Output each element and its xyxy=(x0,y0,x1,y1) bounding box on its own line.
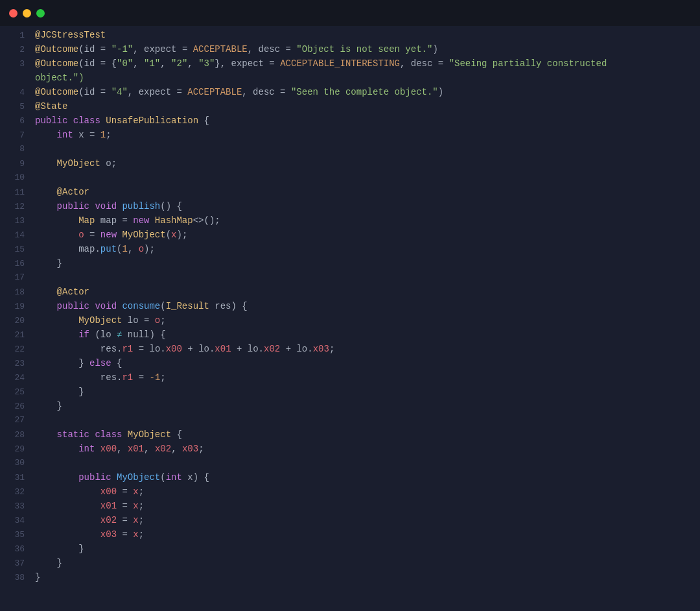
dot-yellow[interactable] xyxy=(23,9,31,18)
line-content: @State xyxy=(35,101,694,112)
line-content: } xyxy=(35,572,694,582)
code-line: 1@JCStressTest xyxy=(0,30,700,44)
code-line: 25 } xyxy=(0,387,700,401)
line-number: 33 xyxy=(6,501,25,511)
line-number: 24 xyxy=(6,373,25,383)
line-number: 9 xyxy=(6,159,25,169)
code-line: 8 xyxy=(0,144,700,158)
code-line: 11 @Actor xyxy=(0,187,700,201)
dot-red[interactable] xyxy=(9,9,18,18)
line-number: 16 xyxy=(6,259,25,269)
code-line: object.") xyxy=(0,73,700,87)
line-number: 36 xyxy=(6,544,25,554)
line-content: static class MyObject { xyxy=(35,429,694,440)
code-line: 33 x01 = x; xyxy=(0,501,700,515)
titlebar xyxy=(0,0,700,26)
line-number: 11 xyxy=(6,187,25,197)
line-number: 27 xyxy=(6,415,25,425)
line-content: } xyxy=(35,401,694,411)
line-number: 26 xyxy=(6,401,25,411)
code-line: 24 res.r1 = -1; xyxy=(0,372,700,387)
line-content: object.") xyxy=(35,73,694,83)
line-content: } xyxy=(35,258,694,269)
line-number: 10 xyxy=(6,173,25,182)
code-line: 16 } xyxy=(0,258,700,272)
code-line: 20 MyObject lo = o; xyxy=(0,315,700,329)
line-content: public MyObject(int x) { xyxy=(35,472,694,483)
line-content: @Outcome(id = "4", expect = ACCEPTABLE, … xyxy=(35,87,694,97)
line-content: public class UnsafePublication { xyxy=(35,115,694,126)
code-line: 10 xyxy=(0,173,700,187)
code-line: 32 x00 = x; xyxy=(0,486,700,501)
code-line: 30 xyxy=(0,458,700,472)
line-content: @Actor xyxy=(35,287,694,297)
line-content: o = new MyObject(x); xyxy=(35,230,694,240)
code-line: 5@State xyxy=(0,101,700,115)
line-number: 21 xyxy=(6,330,25,340)
line-number: 6 xyxy=(6,116,25,126)
line-number: 35 xyxy=(6,530,25,540)
code-line: 21 if (lo ≠ null) { xyxy=(0,329,700,344)
line-content: x00 = x; xyxy=(35,486,694,497)
line-number: 5 xyxy=(6,102,25,112)
line-number: 7 xyxy=(6,130,25,140)
line-number: 22 xyxy=(6,344,25,354)
line-content: Map map = new HashMap<>(); xyxy=(35,215,694,226)
line-number: 13 xyxy=(6,216,25,226)
line-content: MyObject lo = o; xyxy=(35,315,694,326)
line-number: 29 xyxy=(6,444,25,454)
line-number: 14 xyxy=(6,230,25,240)
code-line: 7 int x = 1; xyxy=(0,130,700,144)
line-content: res.r1 = -1; xyxy=(35,372,694,383)
code-line: 23 } else { xyxy=(0,358,700,372)
code-line: 18 @Actor xyxy=(0,287,700,301)
line-content: } xyxy=(35,544,694,554)
code-line: 22 res.r1 = lo.x00 + lo.x01 + lo.x02 + l… xyxy=(0,344,700,358)
line-number: 15 xyxy=(6,245,25,254)
code-line: 19 public void consume(I_Result res) { xyxy=(0,301,700,315)
line-content: public void publish() { xyxy=(35,201,694,211)
line-number: 38 xyxy=(6,573,25,582)
line-content: res.r1 = lo.x00 + lo.x01 + lo.x02 + lo.x… xyxy=(35,344,694,354)
code-line: 6public class UnsafePublication { xyxy=(0,115,700,130)
line-content: } xyxy=(35,558,694,568)
code-line: 34 x02 = x; xyxy=(0,515,700,529)
line-number: 34 xyxy=(6,516,25,525)
line-number: 18 xyxy=(6,287,25,297)
line-number: 19 xyxy=(6,302,25,311)
line-number: 30 xyxy=(6,458,25,468)
line-content: int x = 1; xyxy=(35,130,694,140)
line-content: if (lo ≠ null) { xyxy=(35,329,694,340)
line-number: 4 xyxy=(6,88,25,97)
line-number: 32 xyxy=(6,487,25,497)
line-number: 17 xyxy=(6,272,25,282)
line-content: int x00, x01, x02, x03; xyxy=(35,444,694,454)
line-number: 28 xyxy=(6,430,25,440)
line-content: x03 = x; xyxy=(35,529,694,540)
line-content: public void consume(I_Result res) { xyxy=(35,301,694,311)
code-line: 27 xyxy=(0,415,700,429)
line-number: 23 xyxy=(6,359,25,368)
code-line: 26 } xyxy=(0,401,700,415)
code-line: 37 } xyxy=(0,558,700,572)
line-content: } else { xyxy=(35,358,694,368)
line-number: 1 xyxy=(6,30,25,40)
line-content: @Actor xyxy=(35,187,694,197)
line-number: 12 xyxy=(6,202,25,211)
code-container: 1@JCStressTest2@Outcome(id = "-1", expec… xyxy=(0,26,700,611)
line-content: x02 = x; xyxy=(35,515,694,525)
dot-green[interactable] xyxy=(36,9,45,18)
line-number: 20 xyxy=(6,316,25,326)
code-line: 17 xyxy=(0,272,700,287)
code-line: 2@Outcome(id = "-1", expect = ACCEPTABLE… xyxy=(0,44,700,58)
line-content: @JCStressTest xyxy=(35,30,694,40)
line-number: 2 xyxy=(6,45,25,54)
line-content: MyObject o; xyxy=(35,158,694,169)
code-line: 29 int x00, x01, x02, x03; xyxy=(0,444,700,458)
line-number: 25 xyxy=(6,387,25,397)
line-content: } xyxy=(35,387,694,397)
code-line: 4@Outcome(id = "4", expect = ACCEPTABLE,… xyxy=(0,87,700,101)
code-line: 12 public void publish() { xyxy=(0,201,700,215)
line-content: map.put(1, o); xyxy=(35,244,694,254)
code-line: 36 } xyxy=(0,544,700,558)
